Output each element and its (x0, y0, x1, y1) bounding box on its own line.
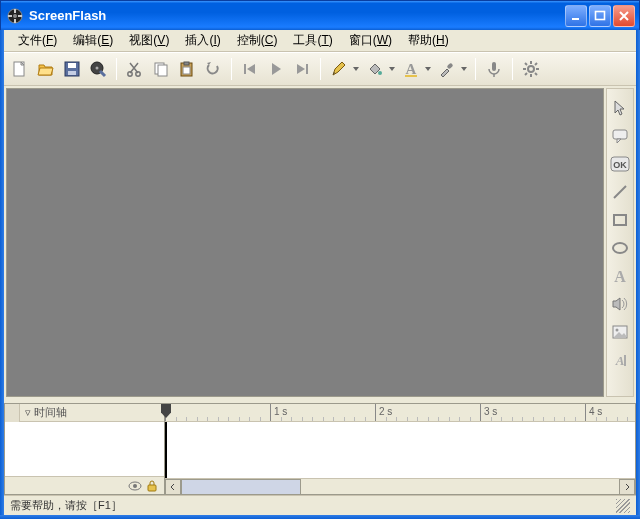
close-button[interactable] (613, 5, 635, 27)
svg-rect-22 (306, 64, 308, 74)
timeline-track[interactable] (165, 422, 635, 478)
menu-h[interactable]: 帮助(H) (400, 30, 457, 51)
side-toolbox: OKAA (606, 88, 634, 397)
menu-v[interactable]: 视图(V) (121, 30, 177, 51)
svg-point-29 (528, 66, 534, 72)
svg-rect-17 (158, 65, 167, 76)
svg-point-14 (128, 72, 132, 76)
maximize-button[interactable] (589, 5, 611, 27)
pencil-button[interactable] (327, 57, 351, 81)
svg-point-50 (133, 484, 137, 488)
tool-ai[interactable]: A (609, 349, 631, 371)
undo-button[interactable] (201, 57, 225, 81)
svg-rect-20 (183, 67, 190, 74)
menu-w[interactable]: 窗口(W) (341, 30, 400, 51)
svg-rect-21 (244, 64, 246, 74)
lock-icon[interactable] (146, 480, 158, 492)
svg-rect-2 (14, 9, 16, 13)
export-button[interactable] (86, 57, 110, 81)
svg-rect-10 (68, 63, 76, 68)
svg-point-23 (378, 71, 382, 75)
svg-line-41 (614, 186, 626, 198)
timeline-ruler[interactable]: 1 s2 s3 s4 s (165, 404, 635, 422)
svg-rect-7 (596, 11, 605, 19)
svg-point-43 (613, 243, 627, 253)
ruler-label: 1 s (274, 406, 287, 417)
menu-t[interactable]: 工具(T) (285, 30, 340, 51)
prev-button[interactable] (238, 57, 262, 81)
svg-line-34 (525, 63, 527, 65)
svg-rect-11 (68, 71, 76, 75)
svg-rect-19 (184, 62, 189, 65)
menu-f[interactable]: 文件(F) (10, 30, 65, 51)
scroll-thumb[interactable] (181, 479, 301, 495)
svg-text:OK: OK (613, 160, 627, 170)
eyedropper-dropdown[interactable] (459, 57, 469, 81)
svg-text:A: A (406, 61, 417, 77)
tool-callout[interactable] (609, 125, 631, 147)
pencil-dropdown[interactable] (351, 57, 361, 81)
menu-e[interactable]: 编辑(E) (65, 30, 121, 51)
svg-rect-3 (14, 19, 16, 23)
timeline: ▿ 时间轴 1 s2 s3 s4 s (4, 399, 636, 495)
paste-button[interactable] (175, 57, 199, 81)
fill-button[interactable] (363, 57, 387, 81)
eyedropper-button[interactable] (435, 57, 459, 81)
tool-line[interactable] (609, 181, 631, 203)
window-title: ScreenFlash (29, 8, 565, 23)
play-button[interactable] (264, 57, 288, 81)
new-button[interactable] (8, 57, 32, 81)
minimize-button[interactable] (565, 5, 587, 27)
statusbar: 需要帮助，请按［F1］ (4, 495, 636, 515)
scroll-right-button[interactable] (619, 479, 635, 495)
timeline-layers[interactable] (5, 422, 164, 476)
tool-ellipse[interactable] (609, 237, 631, 259)
open-button[interactable] (34, 57, 58, 81)
timeline-playhead[interactable] (165, 422, 167, 478)
tool-pointer[interactable] (609, 97, 631, 119)
cut-button[interactable] (123, 57, 147, 81)
text-button[interactable]: A (399, 57, 423, 81)
text-dropdown[interactable] (423, 57, 433, 81)
canvas[interactable] (7, 89, 603, 396)
next-button[interactable] (290, 57, 314, 81)
svg-line-36 (525, 73, 527, 75)
settings-button[interactable] (519, 57, 543, 81)
menu-i[interactable]: 插入(I) (177, 30, 228, 51)
svg-text:A: A (614, 268, 626, 285)
tool-ok-stamp[interactable]: OK (609, 153, 631, 175)
save-button[interactable] (60, 57, 84, 81)
fill-dropdown[interactable] (387, 57, 397, 81)
tool-text-a[interactable]: A (609, 265, 631, 287)
tool-rect[interactable] (609, 209, 631, 231)
svg-rect-6 (572, 18, 579, 20)
status-text: 需要帮助，请按［F1］ (10, 498, 122, 513)
ruler-label: 4 s (589, 406, 602, 417)
timeline-header[interactable]: ▿ 时间轴 (5, 404, 164, 422)
timeline-title: 时间轴 (34, 406, 67, 418)
svg-point-1 (13, 14, 17, 18)
copy-button[interactable] (149, 57, 173, 81)
svg-line-35 (535, 73, 537, 75)
svg-rect-27 (492, 62, 496, 71)
timeline-layers-footer (5, 476, 164, 494)
app-icon (7, 8, 23, 24)
ruler-label: 3 s (484, 406, 497, 417)
svg-point-46 (616, 329, 619, 332)
tool-image[interactable] (609, 321, 631, 343)
menu-c[interactable]: 控制(C) (229, 30, 286, 51)
eye-icon[interactable] (128, 480, 142, 492)
toolbar: A (4, 52, 636, 86)
svg-rect-38 (613, 130, 627, 139)
tool-speaker[interactable] (609, 293, 631, 315)
svg-rect-5 (18, 15, 22, 17)
mic-button[interactable] (482, 57, 506, 81)
resize-grip[interactable] (616, 499, 630, 513)
menubar: 文件(F)编辑(E)视图(V)插入(I)控制(C)工具(T)窗口(W)帮助(H) (4, 30, 636, 52)
svg-rect-51 (148, 485, 156, 491)
svg-line-37 (535, 63, 537, 65)
svg-point-15 (136, 72, 140, 76)
timeline-hscrollbar[interactable] (165, 478, 635, 494)
scroll-left-button[interactable] (165, 479, 181, 495)
timeline-layers-panel: ▿ 时间轴 (4, 403, 164, 495)
